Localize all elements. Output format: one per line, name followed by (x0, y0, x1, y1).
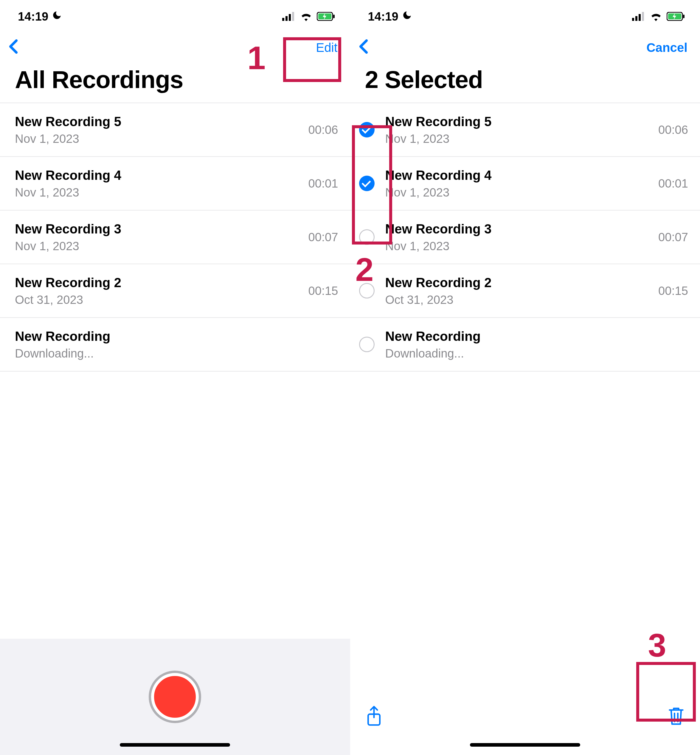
svg-rect-0 (282, 18, 284, 21)
recording-title: New Recording (385, 329, 683, 344)
status-bar: 14:19 (0, 0, 350, 33)
recording-duration: 00:06 (302, 123, 338, 136)
cellular-signal-icon (282, 12, 295, 21)
annotation-number-3: 3 (648, 626, 666, 664)
list-item[interactable]: New Recording 5Nov 1, 2023 00:06 (0, 103, 350, 157)
recording-status: Downloading... (15, 347, 332, 360)
edit-button[interactable]: Edit (312, 39, 341, 56)
moon-icon (52, 10, 62, 23)
recording-date: Nov 1, 2023 (15, 132, 302, 146)
recording-title: New Recording 2 (385, 275, 652, 290)
recording-date: Nov 1, 2023 (385, 186, 652, 199)
record-button[interactable] (151, 673, 199, 721)
home-indicator[interactable] (120, 743, 230, 747)
cellular-signal-icon (632, 12, 645, 21)
recording-duration: 00:07 (652, 230, 688, 244)
recording-title: New Recording 5 (15, 114, 302, 129)
recording-status: Downloading... (385, 347, 683, 360)
list-item[interactable]: New RecordingDownloading... (0, 318, 350, 371)
recording-title: New Recording 4 (15, 168, 302, 183)
list-item[interactable]: New Recording 2Oct 31, 2023 00:15 (0, 264, 350, 318)
recording-duration: 00:15 (302, 284, 338, 298)
recording-date: Nov 1, 2023 (15, 240, 302, 253)
svg-rect-3 (292, 12, 294, 21)
selection-checkbox[interactable] (359, 229, 375, 245)
list-item[interactable]: New Recording 3Nov 1, 2023 00:07 (0, 210, 350, 264)
recording-title: New Recording (15, 329, 332, 344)
selection-checkbox[interactable] (359, 337, 375, 352)
battery-charging-icon (667, 12, 685, 21)
recording-title: New Recording 3 (385, 222, 652, 237)
nav-bar: Cancel (350, 33, 700, 63)
status-time: 14:19 (18, 10, 48, 23)
share-button[interactable] (365, 706, 383, 727)
svg-rect-6 (333, 15, 334, 18)
recording-date: Oct 31, 2023 (385, 293, 652, 307)
list-item[interactable]: New Recording 2Oct 31, 2023 00:15 (350, 264, 700, 318)
home-indicator[interactable] (470, 743, 580, 747)
back-button[interactable] (356, 38, 371, 58)
list-item[interactable]: New Recording 3Nov 1, 2023 00:07 (350, 210, 700, 264)
screen-all-recordings: 14:19 Edit All Recordings New Recording … (0, 0, 350, 755)
moon-icon (402, 10, 412, 23)
selection-toolbar (350, 689, 700, 755)
page-title: All Recordings (0, 63, 350, 103)
list-item[interactable]: New RecordingDownloading... (350, 318, 700, 371)
svg-rect-2 (289, 14, 291, 21)
selection-checkbox[interactable] (359, 283, 375, 299)
page-title: 2 Selected (350, 63, 700, 103)
recording-duration: 00:01 (302, 177, 338, 190)
recording-title: New Recording 3 (15, 222, 302, 237)
list-item[interactable]: New Recording 4Nov 1, 2023 00:01 (350, 157, 700, 210)
svg-rect-10 (642, 12, 644, 21)
back-button[interactable] (6, 38, 21, 58)
delete-button[interactable] (667, 706, 685, 727)
list-item[interactable]: New Recording 5Nov 1, 2023 00:06 (350, 103, 700, 157)
recording-title: New Recording 2 (15, 275, 302, 290)
cancel-button[interactable]: Cancel (643, 39, 691, 56)
recordings-list-edit: New Recording 5Nov 1, 2023 00:06 New Rec… (350, 103, 700, 371)
svg-rect-8 (635, 16, 638, 21)
recording-title: New Recording 5 (385, 114, 652, 129)
recording-duration: 00:06 (652, 123, 688, 136)
list-item[interactable]: New Recording 4Nov 1, 2023 00:01 (0, 157, 350, 210)
battery-charging-icon (317, 12, 335, 21)
recording-duration: 00:01 (652, 177, 688, 190)
recording-date: Nov 1, 2023 (385, 240, 652, 253)
svg-rect-13 (683, 15, 684, 18)
recording-date: Nov 1, 2023 (385, 132, 652, 146)
nav-bar: Edit (0, 33, 350, 63)
recording-title: New Recording 4 (385, 168, 652, 183)
status-time: 14:19 (368, 10, 398, 23)
svg-rect-1 (286, 16, 288, 21)
wifi-icon (300, 12, 312, 21)
svg-rect-7 (632, 18, 634, 21)
recording-duration: 00:07 (302, 230, 338, 244)
record-toolbar (0, 639, 350, 755)
svg-rect-9 (639, 14, 641, 21)
status-bar: 14:19 (350, 0, 700, 33)
recordings-list: New Recording 5Nov 1, 2023 00:06 New Rec… (0, 103, 350, 371)
selection-checkbox[interactable] (359, 122, 375, 138)
wifi-icon (649, 12, 662, 21)
recording-duration: 00:15 (652, 284, 688, 298)
screen-selection-mode: 14:19 Cancel 2 Selected New Recording (350, 0, 700, 755)
selection-checkbox[interactable] (359, 175, 375, 191)
recording-date: Nov 1, 2023 (15, 186, 302, 199)
recording-date: Oct 31, 2023 (15, 293, 302, 307)
